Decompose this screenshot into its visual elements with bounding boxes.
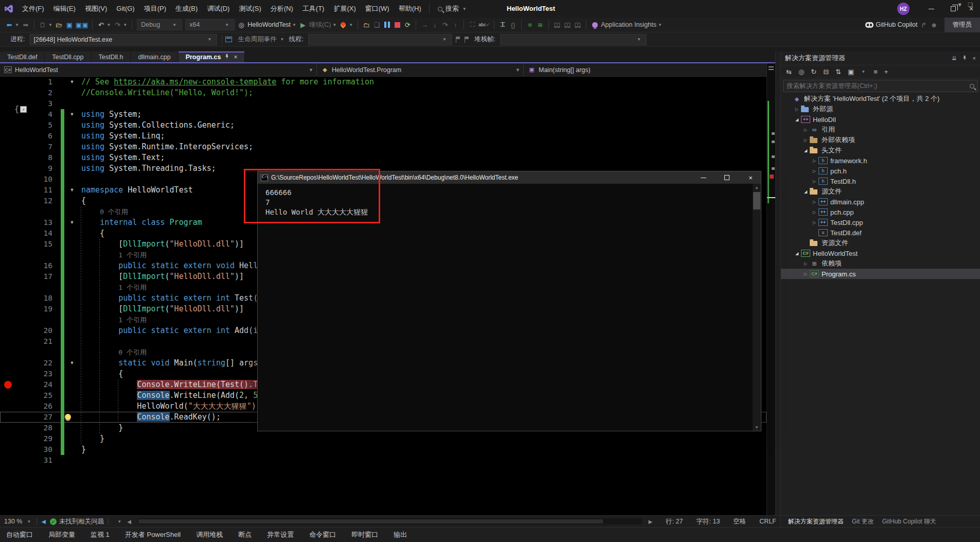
fold-margin[interactable]	[66, 390, 78, 401]
breakpoint-margin[interactable]	[0, 131, 19, 142]
breakpoint-margin[interactable]	[0, 379, 19, 390]
new-item-icon[interactable]: +	[884, 68, 888, 76]
editor-vertical-scrollbar[interactable]	[767, 63, 775, 515]
navigate-forward-button[interactable]: ➡	[21, 19, 31, 31]
solution-search[interactable]	[783, 80, 978, 92]
chevron-down-icon[interactable]: ▼	[332, 23, 336, 27]
solution-platform-select[interactable]: x64▼	[185, 19, 235, 30]
tree-item-testdll-cpp[interactable]: ▷++TestDll.cpp	[781, 217, 980, 228]
breakpoint-margin[interactable]	[0, 401, 19, 412]
tree-item-framework-h[interactable]: ▷hframework.h	[781, 155, 980, 166]
breakpoint-margin[interactable]	[0, 369, 19, 379]
tree-item-source-files[interactable]: ◢源文件	[781, 186, 980, 197]
switch-views-icon[interactable]: ⇆	[786, 68, 792, 76]
solution-explorer-header[interactable]: 解决方案资源管理器 ⇊ ×	[781, 51, 980, 65]
breakpoint-margin[interactable]	[0, 358, 19, 369]
line-indicator[interactable]: 行: 27	[666, 517, 683, 526]
search-button[interactable]: 搜索 ▼	[433, 0, 473, 18]
collapse-icon[interactable]: ◢	[793, 251, 801, 256]
document-health-indicator[interactable]: ✓未找到相关问题	[50, 517, 104, 526]
breakpoint-margin[interactable]	[0, 142, 19, 152]
minimize-button[interactable]	[921, 0, 941, 18]
scroll-right-arrow[interactable]: ▶	[648, 519, 652, 524]
tool-window-tab-7[interactable]: 命令窗口	[309, 530, 336, 539]
expand-icon[interactable]: ▷	[810, 220, 818, 225]
toggle-bookmark-button[interactable]: 🕮	[552, 19, 562, 31]
fold-margin[interactable]	[66, 325, 78, 336]
expand-icon[interactable]: ▷	[801, 128, 810, 132]
menu-item-5[interactable]: 生成(B)	[171, 0, 202, 18]
tab-testdll-cpp[interactable]: TestDll.cpp	[45, 51, 91, 62]
fold-margin[interactable]: ▼	[66, 109, 78, 120]
tool-window-tab-3[interactable]: 开发者 PowerShell	[125, 530, 181, 539]
menu-item-1[interactable]: 编辑(E)	[49, 0, 80, 18]
code-line-2[interactable]: 2//Console.WriteLine("Hello, World!");	[0, 88, 767, 98]
member-dropdown[interactable]: ▣ Main(string[] args) ▼	[524, 63, 780, 76]
breakpoint-margin[interactable]	[0, 174, 19, 185]
save-all-button[interactable]: ▣▣	[75, 19, 90, 31]
send-feedback-icon[interactable]: ☻	[929, 19, 939, 31]
tool-window-tab-4[interactable]: 调用堆栈	[196, 530, 223, 539]
tool-window-tab-6[interactable]: 异常设置	[267, 530, 294, 539]
spell-check-button[interactable]: abc✓	[477, 19, 491, 31]
fold-margin[interactable]	[66, 98, 78, 109]
breakpoint-margin[interactable]	[0, 250, 19, 260]
tree-item-pch-cpp[interactable]: ▷++pch.cpp	[781, 207, 980, 217]
menu-item-3[interactable]: Git(G)	[112, 0, 139, 18]
expand-icon[interactable]: ▷	[810, 210, 818, 215]
breakpoint-margin[interactable]	[0, 282, 19, 293]
scroll-down-icon[interactable]: ▼	[753, 424, 761, 431]
breakpoint-margin[interactable]	[0, 196, 19, 206]
tree-item-pch-h[interactable]: ▷hpch.h	[781, 166, 980, 176]
fold-margin[interactable]: ▼	[66, 217, 78, 228]
properties-icon[interactable]: ≡	[874, 68, 878, 76]
scrollbar-thumb[interactable]	[753, 192, 760, 209]
menu-item-12[interactable]: 帮助(H)	[394, 0, 426, 18]
menu-item-6[interactable]: 调试(D)	[202, 0, 234, 18]
breakpoint-margin[interactable]	[0, 120, 19, 131]
editor-horizontal-scrollbar[interactable]	[137, 518, 642, 524]
hot-reload-button[interactable]	[338, 19, 348, 31]
volume-icon[interactable]: ◀	[41, 518, 45, 525]
expand-icon[interactable]: ▷	[793, 107, 801, 112]
tab-testdll-def[interactable]: TestDll.def	[0, 51, 45, 62]
tool-window-tab-2[interactable]: 监视 1	[91, 530, 110, 539]
code-line-31[interactable]: 31	[0, 455, 767, 466]
tab-testdll-h[interactable]: TestDll.h	[92, 51, 131, 62]
breakpoint-margin[interactable]	[0, 228, 19, 239]
show-next-statement-button[interactable]: →	[419, 19, 430, 31]
github-copilot-button[interactable]: GitHub Copilot	[875, 19, 918, 31]
breakpoint-margin[interactable]	[0, 77, 19, 88]
code-line-4[interactable]: 4▼using System;	[0, 109, 767, 120]
step-over-button[interactable]: ↷	[440, 19, 450, 31]
account-avatar[interactable]: HZ	[897, 3, 910, 15]
console-close-button[interactable]: ×	[740, 171, 761, 184]
pin-icon[interactable]	[962, 55, 968, 62]
pending-changes-filter-icon[interactable]: ↻	[811, 68, 816, 76]
menu-item-9[interactable]: 工具(T)	[298, 0, 329, 18]
breakpoint-margin[interactable]	[0, 325, 19, 336]
expand-icon[interactable]: ▷	[801, 272, 810, 276]
chevron-down-icon[interactable]: ▼	[292, 23, 296, 27]
type-dropdown[interactable]: ◆ HelloWorldTest.Program ▼	[317, 63, 524, 76]
breakpoint-margin[interactable]	[0, 390, 19, 401]
panel-tab-1[interactable]: Git 更改	[849, 517, 877, 526]
breakpoint-margin[interactable]	[0, 163, 19, 174]
menu-item-10[interactable]: 扩展(X)	[329, 0, 360, 18]
expand-icon[interactable]: ▷	[801, 261, 810, 266]
lifecycle-events-button[interactable]: 生命周期事件	[238, 35, 276, 44]
preview-window-button[interactable]: ❏	[371, 19, 382, 31]
expand-icon[interactable]: ▷	[810, 179, 818, 184]
chevron-down-icon[interactable]: ▼	[106, 23, 111, 27]
fold-margin[interactable]	[66, 347, 78, 358]
close-icon[interactable]: ×	[234, 54, 237, 61]
brace-completion-button[interactable]: {}	[508, 19, 518, 31]
close-icon[interactable]: ×	[973, 55, 976, 61]
line-ending-indicator[interactable]: CRLF	[759, 518, 776, 525]
breakpoint-icon[interactable]	[4, 381, 12, 389]
flag-outline-icon[interactable]	[465, 37, 469, 43]
breakpoint-margin[interactable]	[0, 336, 19, 347]
fold-margin[interactable]: ▼	[66, 77, 78, 88]
tool-window-tab-0[interactable]: 自动窗口	[6, 530, 33, 539]
expand-icon[interactable]: ▷	[810, 159, 818, 163]
